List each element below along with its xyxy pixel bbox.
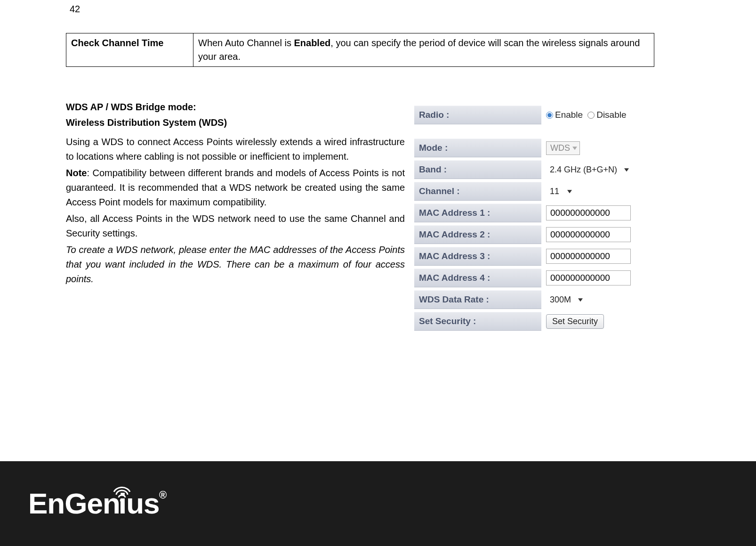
- mode-select-text: WDS: [550, 143, 570, 153]
- set-security-button[interactable]: Set Security: [546, 314, 604, 329]
- mode-value: WDS: [541, 141, 654, 155]
- mac4-input[interactable]: [546, 270, 631, 285]
- desc-bold: Enabled: [294, 38, 330, 48]
- mac3-label: MAC Address 3 :: [414, 247, 541, 266]
- mac2-input[interactable]: [546, 227, 631, 242]
- wds-p2: Note: Compatibility between different br…: [66, 166, 405, 210]
- mac2-label: MAC Address 2 :: [414, 225, 541, 244]
- wds-p1: Using a WDS to connect Access Points wir…: [66, 135, 405, 164]
- band-label: Band :: [414, 160, 541, 179]
- rate-select[interactable]: 300M: [546, 293, 585, 306]
- radio-value: Enable Disable: [541, 110, 654, 120]
- mac4-label: MAC Address 4 :: [414, 269, 541, 287]
- chevron-down-icon: [578, 298, 583, 302]
- row-security: Set Security : Set Security: [414, 312, 654, 331]
- row-rate: WDS Data Rate : 300M: [414, 290, 654, 309]
- desc-pre: When Auto Channel is: [198, 38, 294, 48]
- mac3-input[interactable]: [546, 249, 631, 264]
- channel-label: Channel :: [414, 182, 541, 201]
- page-number: 42: [70, 4, 80, 15]
- rate-select-text: 300M: [550, 295, 571, 304]
- svg-text:®: ®: [159, 489, 167, 501]
- radio-disable-option[interactable]: Disable: [587, 110, 626, 120]
- wds-heading-2: Wireless Distribution System (WDS): [66, 115, 405, 130]
- row-mac3: MAC Address 3 :: [414, 247, 654, 266]
- wds-heading-1: WDS AP / WDS Bridge mode:: [66, 100, 405, 114]
- band-select[interactable]: 2.4 GHz (B+G+N): [546, 163, 631, 176]
- row-mac1: MAC Address 1 :: [414, 204, 654, 222]
- mac1-label: MAC Address 1 :: [414, 204, 541, 222]
- row-channel: Channel : 11: [414, 182, 654, 201]
- band-select-text: 2.4 GHz (B+G+N): [550, 165, 617, 174]
- radio-enable-option[interactable]: Enable: [546, 110, 583, 120]
- band-value: 2.4 GHz (B+G+N): [541, 163, 654, 176]
- radio-enable-text: Enable: [555, 110, 583, 120]
- radio-disable-input[interactable]: [587, 112, 595, 119]
- mac1-value: [541, 205, 654, 220]
- security-label: Set Security :: [414, 312, 541, 331]
- chevron-down-icon: [572, 147, 577, 150]
- logo-svg: EnGen ius ®: [28, 480, 169, 522]
- row-mac4: MAC Address 4 :: [414, 269, 654, 287]
- check-channel-desc: When Auto Channel is Enabled, you can sp…: [193, 33, 654, 67]
- row-mode: Mode : WDS: [414, 139, 654, 157]
- svg-point-2: [120, 498, 124, 502]
- settings-panel: Radio : Enable Disable Mode : WDS Band :…: [414, 100, 654, 334]
- mac1-input[interactable]: [546, 205, 631, 220]
- radio-label: Radio :: [414, 106, 541, 124]
- chevron-down-icon: [624, 168, 629, 171]
- mode-label: Mode :: [414, 139, 541, 157]
- two-column-layout: WDS AP / WDS Bridge mode: Wireless Distr…: [66, 100, 654, 334]
- footer-bar: EnGen ius ®: [0, 461, 756, 546]
- mode-select: WDS: [546, 141, 580, 155]
- content-area: Check Channel Time When Auto Channel is …: [66, 33, 654, 334]
- svg-text:ius: ius: [119, 487, 160, 520]
- rate-label: WDS Data Rate :: [414, 290, 541, 309]
- svg-text:EnGen: EnGen: [28, 487, 120, 520]
- channel-select[interactable]: 11: [546, 185, 574, 198]
- row-mac2: MAC Address 2 :: [414, 225, 654, 244]
- radio-enable-input[interactable]: [546, 112, 553, 119]
- mac2-value: [541, 227, 654, 242]
- check-channel-label: Check Channel Time: [66, 33, 193, 67]
- description-column: WDS AP / WDS Bridge mode: Wireless Distr…: [66, 100, 405, 288]
- chevron-down-icon: [567, 190, 572, 193]
- mac4-value: [541, 270, 654, 285]
- rate-value: 300M: [541, 293, 654, 306]
- wds-p4: To create a WDS network, please enter th…: [66, 243, 405, 286]
- row-band: Band : 2.4 GHz (B+G+N): [414, 160, 654, 179]
- note-label: Note: [66, 168, 87, 178]
- engenius-logo: EnGen ius ®: [28, 480, 169, 528]
- channel-select-text: 11: [550, 187, 559, 196]
- wds-p2-text: : Compatibility between different brands…: [66, 168, 405, 207]
- radio-disable-text: Disable: [596, 110, 626, 120]
- check-channel-table: Check Channel Time When Auto Channel is …: [66, 33, 654, 67]
- svg-rect-3: [121, 502, 123, 513]
- wds-p3: Also, all Access Points in the WDS netwo…: [66, 212, 405, 241]
- row-radio: Radio : Enable Disable: [414, 106, 654, 124]
- mac3-value: [541, 249, 654, 264]
- channel-value: 11: [541, 185, 654, 198]
- security-value: Set Security: [541, 314, 654, 329]
